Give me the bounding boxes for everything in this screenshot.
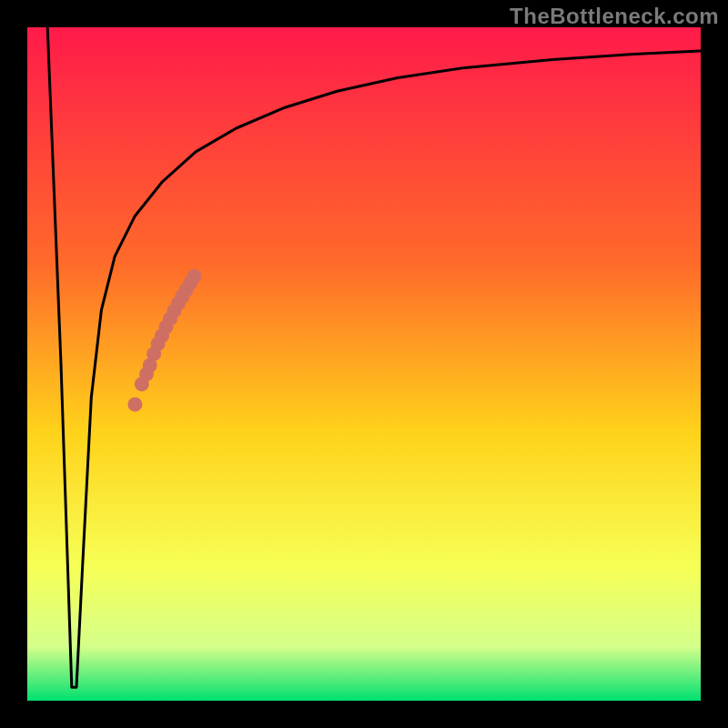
plot-area [27, 27, 701, 701]
bottleneck-chart [0, 0, 728, 728]
highlight-dot [127, 397, 142, 411]
watermark-text: TheBottleneck.com [510, 4, 719, 29]
highlight-dot [187, 269, 202, 284]
chart-stage: TheBottleneck.com [0, 0, 728, 728]
